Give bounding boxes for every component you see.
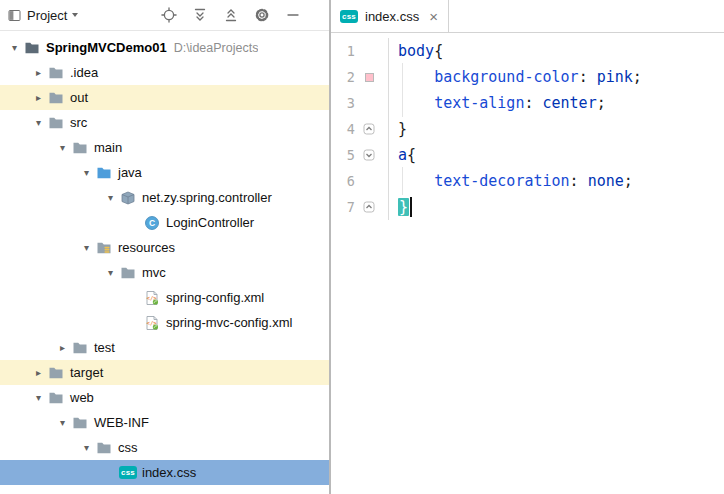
chevron-collapsed-icon[interactable]: ▸ [54, 343, 71, 353]
tree-row-out[interactable]: ▸out [0, 85, 329, 110]
folder-icon [95, 440, 113, 456]
tree-row-web[interactable]: ▾web [0, 385, 329, 410]
tree-row--idea[interactable]: ▸.idea [0, 60, 329, 85]
tree-item-label: net.zy.spring.controller [142, 190, 272, 205]
color-preview-swatch[interactable] [365, 73, 374, 82]
chevron-down-icon [72, 13, 78, 17]
line-number: 5 [331, 147, 355, 163]
tree-row-spring-mvc-config-xml[interactable]: </>spring-mvc-config.xml [0, 310, 329, 335]
editor-gutter: 5 [331, 142, 389, 168]
tree-row-main[interactable]: ▾main [0, 135, 329, 160]
tree-row-mvc[interactable]: ▾mvc [0, 260, 329, 285]
token-property: text-align [434, 94, 524, 112]
class-icon: C [143, 215, 161, 231]
folder-icon [47, 365, 65, 381]
editor-tab-index-css[interactable]: css index.css × [331, 0, 449, 32]
collapse-all-icon[interactable] [223, 7, 239, 23]
tree-row-css[interactable]: ▾css [0, 435, 329, 460]
code-line-7: 7} [331, 194, 724, 220]
line-number: 1 [331, 43, 355, 59]
fold-marker-icon[interactable] [363, 201, 375, 213]
editor-tab-label: index.css [365, 9, 419, 24]
project-panel-header: Project [0, 0, 329, 31]
chevron-expanded-icon[interactable]: ▾ [54, 418, 71, 428]
fold-marker-icon[interactable] [363, 149, 375, 161]
tree-row-java[interactable]: ▾java [0, 160, 329, 185]
chevron-expanded-icon[interactable]: ▾ [30, 118, 47, 128]
expand-all-icon[interactable] [192, 7, 208, 23]
css-file-icon: css [340, 10, 358, 23]
tree-item-label: css [118, 440, 138, 455]
chevron-expanded-icon[interactable]: ▾ [54, 143, 71, 153]
tree-item-label: main [94, 140, 122, 155]
token-selector: a [398, 146, 407, 164]
chevron-expanded-icon[interactable]: ▾ [6, 43, 23, 53]
folder-icon [47, 90, 65, 106]
xml-file-icon: </> [143, 315, 161, 331]
editor-gutter: 3 [331, 90, 389, 116]
tree-row-target[interactable]: ▸target [0, 360, 329, 385]
token-punct: : [570, 172, 579, 190]
line-number: 6 [331, 173, 355, 189]
tree-row-test[interactable]: ▸test [0, 335, 329, 360]
editor-gutter: 2 [331, 64, 389, 90]
chevron-expanded-icon[interactable]: ▾ [102, 193, 119, 203]
tree-item-label: .idea [70, 65, 98, 80]
locate-icon[interactable] [161, 7, 177, 23]
project-folder-icon [23, 40, 41, 56]
line-number: 4 [331, 121, 355, 137]
tree-item-label: target [70, 365, 103, 380]
panel-header-actions [161, 7, 301, 23]
editor-gutter: 7 [331, 194, 389, 220]
chevron-collapsed-icon[interactable]: ▸ [30, 68, 47, 78]
token-punct: : [579, 68, 588, 86]
code-text: body{ [389, 38, 443, 64]
token-value: center [543, 94, 597, 112]
tree-row-springmvcdemo01[interactable]: ▾SpringMVCDemo01D:\ideaProjects [0, 35, 329, 60]
tree-item-label: out [70, 90, 88, 105]
chevron-expanded-icon[interactable]: ▾ [78, 443, 95, 453]
chevron-expanded-icon[interactable]: ▾ [78, 243, 95, 253]
editor-gutter: 4 [331, 116, 389, 142]
token-punct: { [407, 146, 416, 164]
code-editor[interactable]: 1body{2 background-color: pink;3 text-al… [331, 33, 724, 494]
token-ws [398, 172, 434, 190]
package-icon [119, 190, 137, 206]
hide-icon[interactable] [285, 7, 301, 23]
token-ws [588, 68, 597, 86]
token-punct: ; [624, 172, 633, 190]
tree-row-spring-config-xml[interactable]: </>spring-config.xml [0, 285, 329, 310]
chevron-expanded-icon[interactable]: ▾ [78, 168, 95, 178]
token-value: pink [597, 68, 633, 86]
editor-gutter: 6 [331, 168, 389, 194]
close-tab-icon[interactable]: × [429, 9, 438, 24]
chevron-expanded-icon[interactable]: ▾ [30, 393, 47, 403]
gutter-annotation-cell [355, 123, 383, 135]
tree-row-logincontroller[interactable]: CLoginController [0, 210, 329, 235]
chevron-collapsed-icon[interactable]: ▸ [30, 93, 47, 103]
project-view-selector[interactable]: Project [27, 8, 78, 23]
project-tree[interactable]: ▾SpringMVCDemo01D:\ideaProjects▸.idea▸ou… [0, 31, 329, 494]
chevron-expanded-icon[interactable]: ▾ [102, 268, 119, 278]
chevron-collapsed-icon[interactable]: ▸ [30, 368, 47, 378]
code-text: background-color: pink; [389, 64, 642, 90]
css-file-icon: css [119, 465, 137, 481]
folder-icon [119, 265, 137, 281]
tree-row-net-zy-spring-controller[interactable]: ▾net.zy.spring.controller [0, 185, 329, 210]
tree-row-src[interactable]: ▾src [0, 110, 329, 135]
line-number: 7 [331, 199, 355, 215]
settings-icon[interactable] [254, 7, 270, 23]
folder-icon [47, 65, 65, 81]
token-ws [533, 94, 542, 112]
token-ws [579, 172, 588, 190]
tree-row-resources[interactable]: ▾resources [0, 235, 329, 260]
tree-row-web-inf[interactable]: ▾WEB-INF [0, 410, 329, 435]
tree-item-label: web [70, 390, 94, 405]
fold-marker-icon[interactable] [363, 123, 375, 135]
folder-icon [71, 140, 89, 156]
folder-source-icon [95, 165, 113, 181]
svg-text:C: C [149, 218, 155, 228]
tree-row-index-css[interactable]: cssindex.css [0, 460, 329, 485]
text-caret [410, 197, 412, 217]
gutter-annotation-cell [355, 201, 383, 213]
